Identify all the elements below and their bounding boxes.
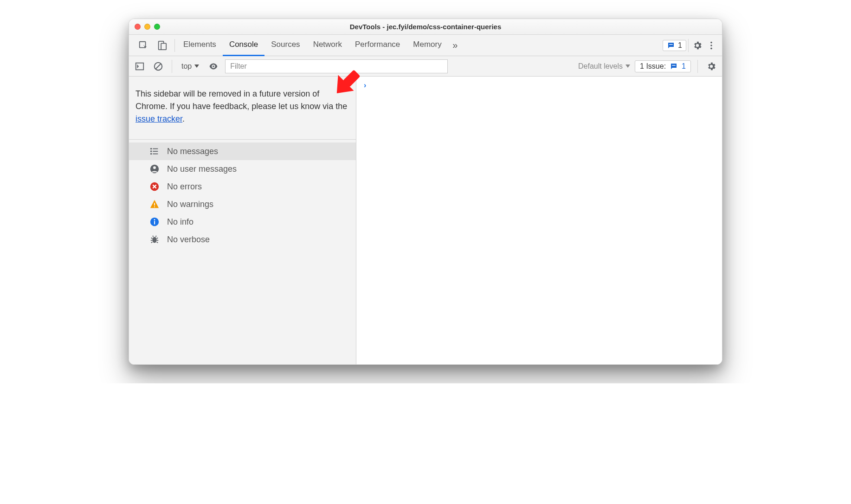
toolbar-divider [174, 39, 175, 52]
tab-console[interactable]: Console [223, 35, 264, 56]
filter-user-messages[interactable]: No user messages [129, 160, 356, 178]
tab-network[interactable]: Network [307, 35, 348, 56]
toolbar-divider [688, 39, 689, 52]
context-selector[interactable]: top [179, 60, 202, 72]
live-expression-icon[interactable] [206, 59, 220, 73]
settings-icon[interactable] [690, 39, 704, 52]
issue-tracker-link[interactable]: issue tracker [135, 114, 182, 123]
svg-rect-25 [154, 221, 155, 224]
bug-icon [149, 234, 160, 245]
svg-line-9 [156, 64, 161, 69]
svg-point-4 [710, 41, 712, 43]
warning-icon [149, 199, 160, 209]
svg-rect-3 [669, 44, 673, 45]
svg-point-17 [150, 153, 152, 155]
console-sidebar: This sidebar will be removed in a future… [129, 77, 356, 364]
svg-rect-11 [672, 65, 676, 66]
console-settings-icon[interactable] [704, 59, 718, 73]
devtools-window: DevTools - jec.fyi/demo/css-container-qu… [129, 19, 722, 365]
svg-point-5 [710, 45, 712, 46]
sidebar-filter-list: No messages No user messages No errors N… [129, 140, 356, 248]
svg-rect-23 [154, 207, 155, 207]
inspect-element-icon[interactable] [136, 39, 150, 52]
list-icon [149, 146, 160, 156]
svg-point-10 [213, 65, 214, 67]
filter-info[interactable]: No info [129, 213, 356, 231]
toggle-sidebar-icon[interactable] [133, 59, 147, 73]
filter-label: No verbose [167, 235, 210, 245]
svg-rect-14 [153, 149, 158, 149]
device-toolbar-icon[interactable] [155, 39, 169, 52]
filter-input[interactable] [225, 59, 448, 73]
svg-point-20 [153, 166, 156, 169]
svg-rect-2 [161, 43, 166, 50]
tab-performance[interactable]: Performance [348, 35, 406, 56]
titlebar: DevTools - jec.fyi/demo/css-container-qu… [129, 19, 722, 35]
svg-point-6 [710, 47, 712, 49]
chevron-down-icon [194, 65, 199, 68]
filter-label: No warnings [167, 200, 213, 209]
svg-rect-18 [153, 154, 158, 155]
tab-memory[interactable]: Memory [406, 35, 448, 56]
console-prompt-icon: › [364, 81, 366, 89]
subbar-divider [697, 60, 698, 73]
filter-verbose[interactable]: No verbose [129, 231, 356, 248]
context-label: top [181, 62, 192, 71]
notice-period: . [182, 114, 185, 123]
user-icon [149, 164, 160, 174]
subbar-divider [172, 60, 172, 73]
messages-count: 1 [678, 41, 682, 50]
issues-label: 1 Issue: [640, 62, 666, 71]
deprecation-notice: This sidebar will be removed in a future… [129, 77, 356, 140]
main-toolbar: Elements Console Sources Network Perform… [129, 35, 722, 56]
clear-console-icon[interactable] [151, 59, 165, 73]
svg-point-26 [154, 219, 155, 220]
chat-icon [670, 62, 678, 71]
svg-point-27 [152, 237, 156, 243]
log-levels-selector[interactable]: Default levels [578, 62, 630, 71]
chevron-down-icon [625, 65, 630, 68]
more-tabs-icon[interactable]: » [448, 39, 462, 52]
filter-label: No user messages [167, 164, 237, 174]
messages-badge[interactable]: 1 [663, 40, 686, 51]
filter-errors[interactable]: No errors [129, 178, 356, 195]
svg-rect-22 [154, 203, 155, 206]
filter-all-messages[interactable]: No messages [129, 142, 356, 160]
tab-sources[interactable]: Sources [264, 35, 306, 56]
error-icon [149, 181, 160, 192]
filter-label: No messages [167, 147, 218, 156]
issues-count: 1 [682, 62, 686, 71]
kebab-menu-icon[interactable] [704, 39, 718, 52]
filter-label: No errors [167, 182, 202, 192]
levels-label: Default levels [578, 62, 623, 71]
issues-button[interactable]: 1 Issue: 1 [635, 60, 691, 72]
info-icon [149, 217, 160, 227]
svg-point-15 [150, 150, 152, 152]
svg-rect-16 [153, 151, 158, 152]
window-title: DevTools - jec.fyi/demo/css-container-qu… [129, 23, 722, 31]
console-output[interactable]: › [356, 77, 722, 364]
chat-icon [667, 41, 675, 50]
tab-elements[interactable]: Elements [177, 35, 223, 56]
svg-rect-7 [136, 63, 144, 70]
svg-point-13 [150, 148, 152, 150]
filter-label: No info [167, 217, 193, 227]
console-subbar: top Default levels 1 Issue: 1 [129, 56, 722, 77]
console-body: This sidebar will be removed in a future… [129, 77, 722, 364]
filter-warnings[interactable]: No warnings [129, 195, 356, 213]
notice-text: This sidebar will be removed in a future… [135, 89, 347, 111]
